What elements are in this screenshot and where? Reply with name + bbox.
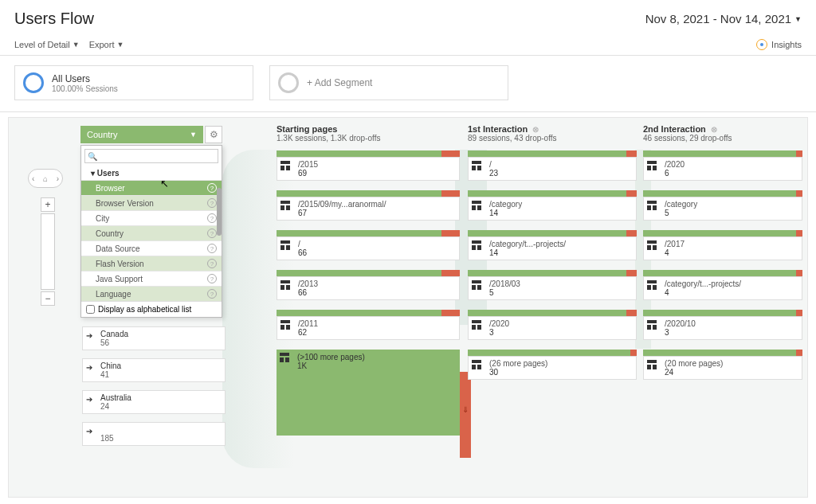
home-icon: ⌂ xyxy=(43,174,48,183)
country-node[interactable]: ➔China41 xyxy=(82,358,226,382)
page-icon xyxy=(472,161,481,170)
flow-node[interactable]: /201569 xyxy=(277,150,460,181)
page-icon xyxy=(647,280,657,290)
segment-all-users[interactable]: All Users 100.00% Sessions xyxy=(14,65,253,100)
remove-column-button[interactable]: ⊗ xyxy=(711,125,717,134)
dimension-option[interactable]: Browser Version? xyxy=(81,195,222,210)
column-subtitle: 89 sessions, 43 drop-offs xyxy=(468,134,637,143)
dimension-option[interactable]: Browser? xyxy=(81,180,222,195)
flow-node[interactable]: /category/t...-projects/4 xyxy=(643,270,802,300)
add-segment-button[interactable]: + Add Segment xyxy=(269,65,508,100)
country-count: 24 xyxy=(100,402,109,411)
help-icon[interactable]: ? xyxy=(207,289,217,299)
flow-node-more[interactable]: (26 more pages)30 xyxy=(468,350,637,380)
column-subtitle: 46 sessions, 29 drop-offs xyxy=(643,134,802,143)
dimension-option[interactable]: Language? xyxy=(81,286,222,301)
dimension-select[interactable]: Country ▼ xyxy=(80,126,203,143)
option-label: Country xyxy=(96,229,124,238)
date-range-label: Nov 8, 2021 - Nov 14, 2021 xyxy=(645,12,791,25)
dimension-group-users[interactable]: ▾ Users xyxy=(81,166,222,180)
dimension-option[interactable]: Flash Version? xyxy=(81,256,222,271)
segment-circle-icon xyxy=(23,72,44,93)
node-count: 6 xyxy=(665,169,669,178)
option-label: Browser xyxy=(96,184,125,193)
cursor-icon: ↖ xyxy=(160,178,169,189)
zoom-in-button[interactable]: + xyxy=(41,197,55,212)
date-range-picker[interactable]: Nov 8, 2021 - Nov 14, 2021 ▼ xyxy=(645,12,802,25)
dimension-option[interactable]: Java Support? xyxy=(81,271,222,286)
country-name: China xyxy=(100,361,121,370)
page-icon xyxy=(280,280,290,290)
scrollbar-thumb[interactable] xyxy=(217,188,222,236)
help-icon[interactable]: ? xyxy=(207,198,217,208)
flow-node-more[interactable]: (>100 more pages)1K⇓ xyxy=(277,350,460,436)
option-label: Data Source xyxy=(96,244,140,253)
node-path: /2020/10 xyxy=(665,319,797,328)
node-count: 24 xyxy=(665,368,673,377)
dimension-option[interactable]: Country? xyxy=(81,225,222,240)
dimension-option[interactable]: City? xyxy=(81,210,222,225)
flow-node[interactable]: /66 xyxy=(277,230,460,260)
insights-label: Insights xyxy=(771,40,802,49)
export-menu[interactable]: Export ▼ xyxy=(89,40,124,49)
alphabetical-toggle[interactable]: Display as alphabetical list xyxy=(81,301,222,317)
page-icon xyxy=(647,161,657,170)
node-count: 62 xyxy=(298,328,307,337)
column-starting-pages: Starting pages1.3K sessions, 1.3K drop-o… xyxy=(277,124,460,436)
insights-button[interactable]: Insights xyxy=(756,39,802,50)
node-count: 5 xyxy=(489,288,494,297)
help-icon[interactable]: ? xyxy=(207,274,217,283)
flow-node[interactable]: /2018/035 xyxy=(468,270,637,300)
node-count: 14 xyxy=(489,209,498,217)
dimension-option[interactable]: Data Source? xyxy=(81,240,222,256)
zoom-out-button[interactable]: − xyxy=(41,291,55,306)
page-icon xyxy=(280,320,290,330)
help-icon[interactable]: ? xyxy=(207,229,217,238)
column-2nd-interaction: 2nd Interaction⊗46 sessions, 29 drop-off… xyxy=(643,124,802,389)
zoom-slider[interactable] xyxy=(41,213,55,290)
country-count: 41 xyxy=(100,370,109,379)
pan-home-control[interactable]: ‹ ⌂ › xyxy=(28,169,63,188)
flow-node-more[interactable]: (20 more pages)24 xyxy=(643,350,802,380)
flow-node[interactable]: /category14 xyxy=(468,190,637,221)
flow-node[interactable]: /20203 xyxy=(468,310,637,340)
scrollbar[interactable] xyxy=(217,180,222,301)
country-node[interactable]: ➔185 xyxy=(82,422,226,446)
node-path: / xyxy=(298,240,454,248)
flow-node[interactable]: /2015/09/my...aranormal/67 xyxy=(277,190,460,221)
remove-column-button[interactable]: ⊗ xyxy=(532,125,539,134)
flow-node[interactable]: /23 xyxy=(468,150,637,181)
help-icon[interactable]: ? xyxy=(207,244,217,253)
level-of-detail-menu[interactable]: Level of Detail ▼ xyxy=(14,40,80,49)
country-node[interactable]: ➔Canada56 xyxy=(82,326,226,350)
page-icon xyxy=(280,201,290,210)
help-icon[interactable]: ? xyxy=(207,259,217,268)
option-label: Java Support xyxy=(96,275,143,283)
dimension-search-input[interactable] xyxy=(84,149,218,163)
country-node[interactable]: ➔Australia24 xyxy=(82,390,226,414)
segment-subtitle: 100.00% Sessions xyxy=(52,84,118,93)
node-path: /2020 xyxy=(665,160,797,169)
flow-node[interactable]: /201162 xyxy=(277,310,460,340)
insights-icon xyxy=(756,39,767,50)
node-path: /2013 xyxy=(298,279,454,288)
page-icon xyxy=(647,360,657,369)
help-icon[interactable]: ? xyxy=(207,183,217,193)
column-title: Starting pages xyxy=(277,124,460,134)
node-count: 4 xyxy=(665,248,669,257)
help-icon[interactable]: ? xyxy=(207,213,217,223)
alphabetical-checkbox[interactable] xyxy=(86,305,95,314)
node-count: 66 xyxy=(298,288,307,297)
segment-circle-icon xyxy=(278,72,299,93)
flow-canvas[interactable]: ‹ ⌂ › + − Country ▼ ⚙ 🔍 ▾ Users Browser?… xyxy=(8,117,808,498)
flow-node[interactable]: /2020/103 xyxy=(643,310,802,340)
flow-node[interactable]: /category/t...-projects/14 xyxy=(468,230,637,260)
dimension-settings-button[interactable]: ⚙ xyxy=(205,126,222,143)
arrow-icon: ➔ xyxy=(86,331,92,340)
flow-node[interactable]: /201366 xyxy=(277,270,460,300)
node-count: 3 xyxy=(665,328,669,337)
flow-node[interactable]: /category5 xyxy=(643,190,802,221)
option-label: Flash Version xyxy=(96,260,144,268)
flow-node[interactable]: /20174 xyxy=(643,230,802,260)
flow-node[interactable]: /20206 xyxy=(643,150,802,181)
